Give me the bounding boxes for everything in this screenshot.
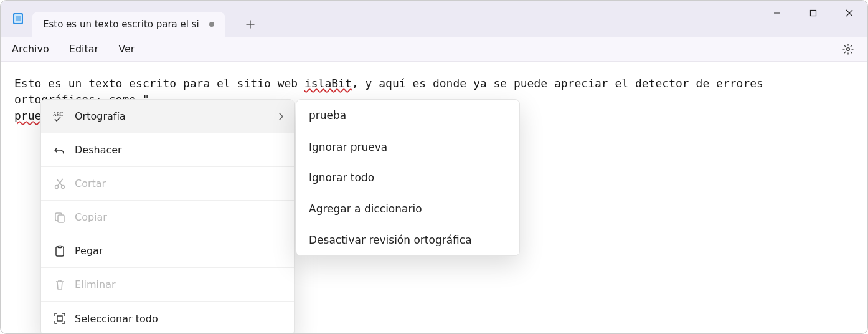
spellcheck-icon: ABC <box>51 109 68 124</box>
ctx-paste[interactable]: Pegar <box>41 234 294 268</box>
svg-rect-1 <box>14 14 22 23</box>
titlebar: Esto es un texto escrito para el si <box>1 1 867 37</box>
ctx-cut: Cortar <box>41 167 294 201</box>
spelling-disable[interactable]: Desactivar revisión ortográfica <box>296 224 519 255</box>
document-tab[interactable]: Esto es un texto escrito para el si <box>32 12 225 37</box>
svg-point-6 <box>847 47 850 50</box>
ctx-label: Eliminar <box>75 279 284 290</box>
ctx-label: Seleccionar todo <box>75 313 284 325</box>
submenu-label: prueba <box>309 109 346 122</box>
chevron-right-icon <box>278 112 284 121</box>
ctx-label: Ortografía <box>75 110 278 122</box>
svg-point-9 <box>62 185 65 188</box>
editor-text: Esto es un texto escrito para el sitio w… <box>14 77 304 90</box>
svg-point-8 <box>55 185 59 188</box>
ctx-copy: Copiar <box>41 201 294 234</box>
new-tab-button[interactable] <box>238 12 263 37</box>
close-button[interactable] <box>831 1 867 26</box>
spelling-submenu: prueba Ignorar prueva Ignorar todo Agreg… <box>296 99 520 256</box>
svg-rect-5 <box>811 11 816 16</box>
ctx-label: Deshacer <box>75 144 284 156</box>
maximize-button[interactable] <box>795 1 831 26</box>
context-menu: ABC Ortografía Deshacer Cortar Copiar <box>40 99 295 334</box>
menu-view[interactable]: Ver <box>118 43 134 55</box>
svg-rect-13 <box>58 246 62 247</box>
settings-button[interactable] <box>840 41 856 57</box>
notepad-app-icon <box>12 12 24 25</box>
svg-rect-14 <box>57 316 62 321</box>
submenu-label: Ignorar todo <box>309 171 374 184</box>
ctx-label: Pegar <box>75 245 284 257</box>
ctx-spelling[interactable]: ABC Ortografía <box>41 100 294 133</box>
window-controls <box>759 1 867 26</box>
minimize-button[interactable] <box>759 1 795 26</box>
titlebar-left: Esto es un texto escrito para el si <box>1 1 263 37</box>
copy-icon <box>51 210 68 225</box>
submenu-label: Agregar a diccionario <box>309 203 422 215</box>
cut-icon <box>51 176 68 191</box>
svg-rect-11 <box>58 215 64 222</box>
svg-text:ABC: ABC <box>53 112 63 117</box>
menubar: Archivo Editar Ver <box>1 37 867 62</box>
ctx-label: Copiar <box>75 211 284 223</box>
unsaved-indicator-icon <box>209 22 214 27</box>
menu-file[interactable]: Archivo <box>12 43 49 55</box>
spelling-ignore-all[interactable]: Ignorar todo <box>296 162 519 193</box>
misspelled-word: islaBit <box>304 77 352 90</box>
paste-icon <box>51 244 68 259</box>
undo-icon <box>51 143 68 158</box>
spelling-suggestion[interactable]: prueba <box>296 100 519 131</box>
submenu-label: Desactivar revisión ortográfica <box>309 234 472 246</box>
app-window: Esto es un texto escrito para el si Arch… <box>0 0 868 334</box>
menu-edit[interactable]: Editar <box>69 43 98 55</box>
trash-icon <box>51 277 68 292</box>
ctx-label: Cortar <box>75 178 284 189</box>
tab-title: Esto es un texto escrito para el si <box>43 19 199 30</box>
select-all-icon <box>51 311 68 326</box>
spelling-ignore-once[interactable]: Ignorar prueva <box>296 131 519 162</box>
ctx-undo[interactable]: Deshacer <box>41 133 294 167</box>
ctx-delete: Eliminar <box>41 268 294 302</box>
submenu-label: Ignorar prueva <box>309 141 387 153</box>
ctx-select-all[interactable]: Seleccionar todo <box>41 302 294 334</box>
spelling-add-dictionary[interactable]: Agregar a diccionario <box>296 193 519 224</box>
